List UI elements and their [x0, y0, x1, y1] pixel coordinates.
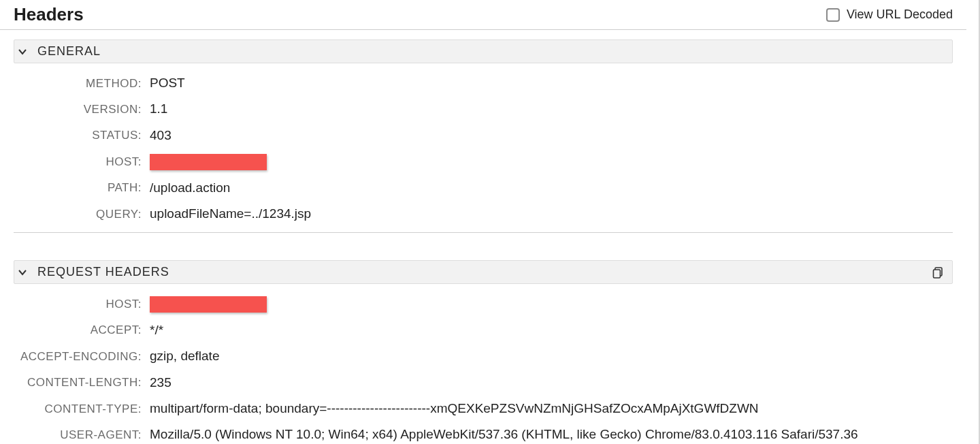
redacted-block	[150, 296, 267, 313]
key: PATH:	[14, 178, 150, 197]
row-status: STATUS: 403	[14, 123, 953, 148]
request-headers-rows: HOST: ACCEPT: */* ACCEPT-ENCODING: gzip,…	[14, 291, 953, 444]
row-host: HOST:	[14, 148, 953, 174]
val: 1.1	[150, 99, 167, 119]
row-version: VERSION: 1.1	[14, 96, 953, 122]
row-accept: ACCEPT: */*	[14, 317, 953, 343]
chevron-down-icon	[17, 267, 28, 278]
toggle-label: View URL Decoded	[847, 7, 953, 22]
row-content-type: CONTENT-TYPE: multipart/form-data; bound…	[14, 396, 953, 422]
val: /upload.action	[150, 178, 230, 198]
val	[150, 294, 267, 314]
val	[150, 151, 267, 172]
checkbox-icon[interactable]	[826, 8, 840, 22]
section-header-general[interactable]: GENERAL	[14, 39, 953, 63]
key: CONTENT-LENGTH:	[14, 373, 150, 392]
row-query: QUERY: uploadFileName=../1234.jsp	[14, 201, 953, 227]
chevron-down-icon	[17, 46, 28, 57]
key: HOST:	[14, 153, 150, 171]
val: 235	[150, 372, 172, 393]
section-title: GENERAL	[37, 44, 101, 59]
section-title: REQUEST HEADERS	[37, 265, 169, 279]
val: */*	[150, 320, 163, 340]
section-header-request-headers[interactable]: REQUEST HEADERS	[14, 260, 953, 284]
val: uploadFileName=../1234.jsp	[150, 204, 311, 224]
key: ACCEPT-ENCODING:	[14, 347, 150, 366]
key: CONTENT-TYPE:	[14, 400, 150, 418]
val: gzip, deflate	[150, 346, 219, 366]
general-rows: METHOD: POST VERSION: 1.1 STATUS: 403 HO…	[14, 70, 953, 233]
redacted-block	[150, 154, 267, 170]
val: POST	[150, 73, 185, 93]
key: METHOD:	[14, 74, 150, 93]
key: ACCEPT:	[14, 321, 150, 339]
copy-icon[interactable]	[932, 266, 945, 279]
row-user-agent: USER-AGENT: Mozilla/5.0 (Windows NT 10.0…	[14, 422, 953, 444]
val: Mozilla/5.0 (Windows NT 10.0; Win64; x64…	[150, 424, 858, 444]
row-method: METHOD: POST	[14, 70, 953, 96]
row-host: HOST:	[14, 291, 953, 317]
key: QUERY:	[14, 205, 150, 223]
row-accept-encoding: ACCEPT-ENCODING: gzip, deflate	[14, 343, 953, 369]
key: STATUS:	[14, 126, 150, 144]
row-path: PATH: /upload.action	[14, 175, 953, 201]
view-url-decoded-toggle[interactable]: View URL Decoded	[826, 7, 953, 22]
row-content-length: CONTENT-LENGTH: 235	[14, 370, 953, 396]
val: 403	[150, 125, 172, 146]
page-title: Headers	[14, 4, 84, 25]
key: USER-AGENT:	[14, 426, 150, 444]
val: multipart/form-data; boundary=----------…	[150, 398, 759, 419]
svg-rect-1	[934, 270, 941, 278]
key: VERSION:	[14, 100, 150, 118]
key: HOST:	[14, 295, 150, 313]
headers-top-row: Headers View URL Decoded	[0, 0, 966, 30]
